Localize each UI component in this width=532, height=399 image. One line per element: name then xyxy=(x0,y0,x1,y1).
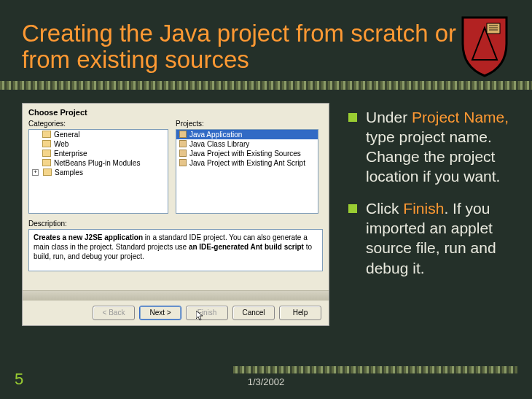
categories-label: Categories: xyxy=(28,120,168,129)
bullet-icon xyxy=(348,204,357,213)
file-icon xyxy=(179,131,187,138)
shield-logo xyxy=(459,15,510,77)
category-label: Enterprise xyxy=(54,150,87,158)
expand-icon[interactable]: + xyxy=(32,169,39,176)
slide-title: Creating the Java project from scratch o… xyxy=(0,0,532,81)
dialog-header: Choose Project xyxy=(23,104,329,120)
projects-listbox[interactable]: Java Application Java Class Library Java… xyxy=(176,129,318,214)
back-button[interactable]: < Back xyxy=(93,306,135,320)
bullet-text: type project name. Change the project lo… xyxy=(366,128,500,185)
bullet-highlight: Project Name, xyxy=(412,109,509,125)
category-label: General xyxy=(54,131,80,139)
bullet-item: Click Finish. If you imported an applet … xyxy=(348,198,517,278)
bullet-item: Under Project Name, type project name. C… xyxy=(348,107,517,187)
projects-label: Projects: xyxy=(176,120,318,129)
folder-icon xyxy=(42,131,51,138)
dialog-button-row: < Back Next > Finish Cancel Help xyxy=(23,301,329,325)
folder-icon xyxy=(42,140,51,147)
project-item[interactable]: Java Project with Existing Ant Script xyxy=(176,158,318,168)
help-button[interactable]: Help xyxy=(279,306,321,320)
project-item[interactable]: Java Project with Existing Sources xyxy=(176,149,318,158)
bullet-text: Click xyxy=(366,200,403,217)
categories-listbox[interactable]: General Web Enterprise NetBeans Plug-in … xyxy=(28,129,168,214)
bullet-icon xyxy=(348,113,357,122)
project-label: Java Application xyxy=(189,131,242,139)
category-item[interactable]: NetBeans Plug-in Modules xyxy=(29,158,168,168)
folder-icon xyxy=(43,168,52,176)
cancel-button[interactable]: Cancel xyxy=(232,306,275,320)
category-item[interactable]: Enterprise xyxy=(29,149,168,158)
dialog-divider xyxy=(23,290,329,301)
slide-date: 1/3/2002 xyxy=(0,376,532,387)
cursor-icon xyxy=(196,311,203,321)
bullet-highlight: Finish xyxy=(403,200,444,217)
project-label: Java Class Library xyxy=(189,140,249,148)
svg-rect-0 xyxy=(487,23,500,34)
project-item[interactable]: Java Application xyxy=(176,130,318,139)
category-item[interactable]: Web xyxy=(29,139,168,149)
project-label: Java Project with Existing Ant Script xyxy=(189,159,305,167)
file-icon xyxy=(179,159,187,166)
category-item[interactable]: General xyxy=(29,130,168,139)
folder-icon xyxy=(42,159,51,166)
folder-icon xyxy=(42,150,51,157)
project-item[interactable]: Java Class Library xyxy=(176,139,318,149)
bullet-text: Under xyxy=(366,109,412,125)
next-button[interactable]: Next > xyxy=(139,306,181,320)
decorative-stripe-bottom xyxy=(233,366,517,373)
file-icon xyxy=(179,150,187,157)
category-label: Samples xyxy=(55,168,83,177)
file-icon xyxy=(179,140,187,147)
wizard-dialog: Choose Project Categories: General Web E… xyxy=(22,103,329,326)
category-item[interactable]: +Samples xyxy=(29,168,168,177)
category-label: NetBeans Plug-in Modules xyxy=(54,159,140,167)
finish-button[interactable]: Finish xyxy=(186,306,228,320)
project-label: Java Project with Existing Sources xyxy=(189,150,301,158)
description-label: Description: xyxy=(23,214,329,229)
bullet-list: Under Project Name, type project name. C… xyxy=(329,103,532,326)
category-label: Web xyxy=(54,140,69,148)
description-box: Creates a new J2SE application in a stan… xyxy=(28,229,323,271)
content-row: Choose Project Categories: General Web E… xyxy=(0,103,532,326)
decorative-stripe-top xyxy=(0,81,532,90)
